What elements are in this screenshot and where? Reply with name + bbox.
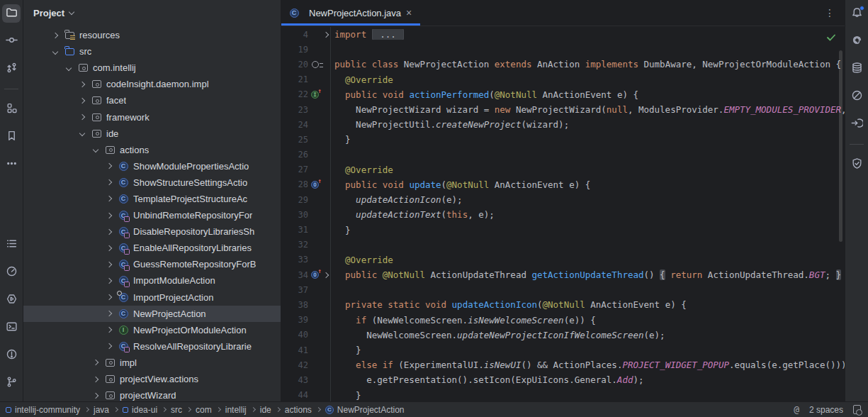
chevron-right-icon[interactable] bbox=[106, 294, 112, 300]
tree-item[interactable]: actions bbox=[23, 142, 281, 158]
project-panel-header[interactable]: Project bbox=[23, 0, 281, 26]
breadcrumb-item[interactable]: idea-ui bbox=[123, 405, 157, 415]
code-text[interactable]: @Override bbox=[331, 165, 845, 175]
tree-item[interactable]: CShowModulePropertiesActio bbox=[23, 158, 281, 174]
tree-item[interactable]: codeInsight.daemon.impl bbox=[23, 76, 281, 92]
code-line[interactable]: 43 e.getPresentation().setIcon(ExpUiIcon… bbox=[281, 372, 845, 387]
chevron-down-icon[interactable] bbox=[52, 48, 58, 54]
code-line[interactable]: 25 } bbox=[281, 132, 845, 147]
tree-item[interactable]: src bbox=[23, 43, 281, 60]
sign-in-button[interactable] bbox=[847, 115, 866, 133]
services-tool-button[interactable] bbox=[2, 291, 21, 309]
chevron-right-icon[interactable] bbox=[106, 343, 112, 349]
tree-item[interactable]: INewProjectOrModuleAction bbox=[23, 322, 281, 338]
code-text[interactable]: public void update(@NotNull AnActionEven… bbox=[331, 179, 845, 190]
database-button[interactable] bbox=[847, 60, 866, 78]
chevron-right-icon[interactable] bbox=[106, 278, 112, 284]
code-line[interactable]: 34O public @NotNull ActionUpdateThread g… bbox=[281, 267, 845, 282]
file-settings-icon[interactable] bbox=[853, 405, 861, 414]
tree-item[interactable]: CEnableAllRepositoryLibraries bbox=[23, 240, 281, 256]
code-line[interactable]: 42 else if (ExperimentalUI.isNewUI() && … bbox=[281, 357, 845, 372]
bookmarks-tool-button[interactable] bbox=[2, 128, 21, 146]
chevron-right-icon[interactable] bbox=[106, 262, 112, 267]
code-text[interactable]: NewWelcomeScreen.updateNewProjectIconIfW… bbox=[331, 330, 845, 340]
chevron-right-icon[interactable] bbox=[79, 82, 85, 87]
notifications-button[interactable] bbox=[847, 4, 866, 23]
tree-item[interactable]: resources bbox=[23, 27, 281, 43]
code-text[interactable]: } bbox=[331, 345, 845, 355]
trusted-project-button[interactable] bbox=[847, 155, 866, 174]
tree-item[interactable]: facet bbox=[23, 92, 281, 109]
fold-arrow-icon[interactable] bbox=[322, 267, 331, 282]
code-line[interactable]: 38 private static void updateActionIcon(… bbox=[281, 297, 845, 312]
chevron-right-icon[interactable] bbox=[106, 228, 112, 234]
indent-setting[interactable]: 2 spaces bbox=[809, 405, 843, 415]
code-text[interactable]: NewProjectWizard wizard = new NewProject… bbox=[331, 104, 845, 115]
tree-item[interactable]: CUnbindRemoteRepositoryFor bbox=[23, 207, 281, 223]
code-text[interactable]: @Override bbox=[331, 255, 845, 265]
pull-requests-tool-button[interactable] bbox=[2, 60, 21, 78]
profiler-tool-button[interactable] bbox=[2, 263, 21, 282]
code-line[interactable]: 44 } bbox=[281, 388, 845, 402]
code-line[interactable]: 23 NewProjectWizard wizard = new NewProj… bbox=[281, 102, 845, 117]
chevron-right-icon[interactable] bbox=[52, 32, 58, 38]
tree-item[interactable]: CImportModuleAction bbox=[23, 272, 281, 289]
code-line[interactable]: 22I public void actionPerformed(@NotNull… bbox=[281, 87, 845, 102]
code-line[interactable]: 31 } bbox=[281, 222, 845, 237]
code-line[interactable]: 27 @Override bbox=[281, 162, 845, 177]
code-text[interactable]: public @NotNull ActionUpdateThread getAc… bbox=[331, 269, 845, 280]
tree-item[interactable]: projectWizard bbox=[23, 387, 281, 401]
breadcrumb-item[interactable]: CNewProjectAction bbox=[325, 405, 405, 415]
tab-newprojectaction[interactable]: C NewProjectAction.java × bbox=[281, 0, 420, 26]
overrides-marker-icon[interactable]: O bbox=[308, 181, 322, 189]
code-line[interactable]: 4import ... bbox=[281, 27, 845, 42]
editor-scrollbar[interactable] bbox=[839, 50, 842, 242]
code-line[interactable]: 33 @Override bbox=[281, 252, 845, 267]
tree-item[interactable]: CImportProjectAction bbox=[23, 289, 281, 306]
code-text[interactable]: public class NewProjectAction extends An… bbox=[331, 59, 845, 70]
code-text[interactable]: updateActionText(this, e); bbox=[331, 209, 845, 220]
code-line[interactable]: 32 bbox=[281, 238, 845, 252]
code-line[interactable]: 37 bbox=[281, 282, 845, 297]
no-entry-button[interactable] bbox=[847, 87, 866, 106]
tree-item[interactable]: framework bbox=[23, 109, 281, 125]
chevron-down-icon[interactable] bbox=[79, 130, 85, 136]
chevron-right-icon[interactable] bbox=[106, 212, 112, 218]
chevron-right-icon[interactable] bbox=[93, 376, 98, 382]
breadcrumb-item[interactable]: src bbox=[171, 405, 182, 415]
breadcrumb-item[interactable]: java bbox=[94, 405, 109, 415]
chevron-right-icon[interactable] bbox=[106, 311, 112, 316]
chevron-right-icon[interactable] bbox=[79, 114, 85, 120]
code-text[interactable]: public void actionPerformed(@NotNull AnA… bbox=[331, 89, 845, 100]
breadcrumb-item[interactable]: actions bbox=[285, 405, 312, 415]
fold-arrow-icon[interactable] bbox=[322, 27, 331, 42]
more-tools-button[interactable] bbox=[2, 155, 21, 174]
breadcrumb-item[interactable]: com bbox=[196, 405, 212, 415]
code-line[interactable]: 19 bbox=[281, 42, 845, 57]
code-line[interactable]: 40 NewWelcomeScreen.updateNewProjectIcon… bbox=[281, 328, 845, 343]
ai-assistant-button[interactable] bbox=[847, 32, 866, 50]
breadcrumb-item[interactable]: intellij-community bbox=[6, 405, 80, 415]
ai-status-icon[interactable]: @ bbox=[794, 404, 799, 415]
code-line[interactable]: 29 updateActionIcon(e); bbox=[281, 192, 845, 207]
inspections-ok-check-icon[interactable] bbox=[826, 32, 836, 45]
tree-item[interactable]: CNewProjectAction bbox=[23, 306, 281, 322]
chevron-right-icon[interactable] bbox=[106, 245, 112, 251]
code-text[interactable]: private static void updateActionIcon(@No… bbox=[331, 299, 845, 310]
overrides-marker-icon[interactable]: O bbox=[308, 271, 322, 279]
version-control-tool-button[interactable] bbox=[2, 374, 21, 392]
breadcrumb-item[interactable]: ide bbox=[260, 405, 271, 415]
code-text[interactable]: else if (ExperimentalUI.isNewUI() && Act… bbox=[331, 360, 845, 370]
code-text[interactable]: e.getPresentation().setIcon(ExpUiIcons.G… bbox=[331, 374, 845, 385]
code-line[interactable]: 28O public void update(@NotNull AnAction… bbox=[281, 177, 845, 192]
code-text[interactable]: if (NewWelcomeScreen.isNewWelcomeScreen(… bbox=[331, 315, 845, 326]
code-text[interactable]: NewProjectUtil.createNewProject(wizard); bbox=[331, 119, 845, 130]
code-text[interactable]: } bbox=[331, 225, 845, 235]
code-line[interactable]: 39 if (NewWelcomeScreen.isNewWelcomeScre… bbox=[281, 313, 845, 328]
code-line[interactable]: 26 bbox=[281, 148, 845, 162]
code-editor[interactable]: 4import ... 1920public class NewProjectA… bbox=[281, 26, 845, 401]
structure-tool-button[interactable] bbox=[2, 100, 21, 118]
chevron-right-icon[interactable] bbox=[106, 327, 112, 333]
tab-options-kebab-icon[interactable]: ⋮ bbox=[815, 0, 845, 26]
tree-item[interactable]: ide bbox=[23, 126, 281, 142]
